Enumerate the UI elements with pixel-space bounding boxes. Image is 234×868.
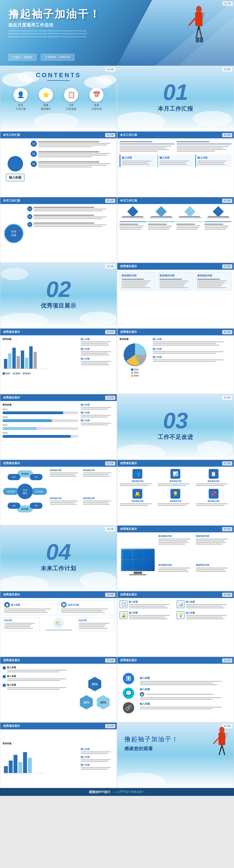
slide17-body: 添加项目内容 添加项目内容 添加项目内容 (117, 532, 234, 591)
slide11-text: 输入内容 输入内容 输入内容 (153, 338, 232, 392)
hex-3: 40% (96, 694, 110, 710)
contents-label-1: 本月工作汇报 (11, 103, 30, 111)
watermark5: 美乃网 (222, 133, 232, 137)
slide9-body: 添加项目内容 添加项目内容 (117, 270, 234, 293)
bar-chart-area: 图表标题 数据1 数据2 数据3 (2, 338, 78, 392)
step-2: 02 (31, 151, 114, 158)
slide7-body (117, 204, 234, 232)
slide5-body: 输入内容 输入内容 输入内容 (117, 138, 234, 169)
svg-point-49 (219, 727, 225, 733)
watermark: 美乃网 (223, 1, 233, 6)
slide11-body: 图表标题 类别1 类别2 类别3 输入内容 (117, 335, 234, 394)
watermark18: 美乃网 (105, 593, 115, 597)
pie-chart-svg (122, 342, 148, 367)
svg-point-32 (197, 441, 233, 457)
hex-1: 25% (88, 676, 102, 692)
slide6-circle-area: 添加标题 (2, 206, 25, 261)
watermark10: 美乃网 (105, 330, 115, 334)
slide14-body: 总点概括 添加项目 添加项目 添加项目 添加项目 项目 项目 项目 项目 添加项… (0, 467, 117, 525)
slide4-body: 👤 输入标题 01 02 (0, 138, 117, 197)
watermark19: 美乃网 (222, 593, 232, 597)
watermark17: 美乃网 (222, 527, 232, 531)
watermark15: 美乃网 (222, 461, 232, 466)
slide20-header: 优秀项目展示 (0, 657, 117, 664)
slide9-header: 优秀项目展示 (117, 263, 234, 270)
it-2: 📊 输入标题 (177, 600, 232, 609)
slide-15: 美乃网 优秀项目展示 👥 添加项目内容 📊 添加项目内容 📋 添 (117, 460, 234, 525)
contents-item-1: 👤 本月工作汇报 (11, 88, 30, 111)
contents-item-2: ⭐ 优秀项目展示 (36, 88, 56, 111)
section-01-content: 01 本月工作汇报 (158, 81, 193, 113)
step-num-1: 01 (31, 141, 37, 147)
project-card-3: 添加项目内容 (195, 272, 232, 291)
slide19-body: 📋 输入标题 📊 输入标题 (117, 598, 234, 622)
slide6-body: 添加标题 03 02 (0, 204, 117, 263)
slide22-header: 优秀项目展示 (0, 723, 117, 730)
svg-text:25%: 25% (92, 682, 98, 686)
svg-rect-24 (17, 356, 20, 369)
input-box-1: 输入内容 (120, 155, 156, 167)
contents-items: 👤 本月工作汇报 ⭐ 优秀项目展示 📋 工作不足改进 📅 未来工作计划 (0, 88, 117, 111)
section-03-content: 03 工作不足改进 (158, 409, 193, 441)
step-1-content (38, 141, 114, 148)
step-3: 03 (31, 161, 114, 168)
input-box-d: 结合内容 (77, 617, 114, 631)
slide5-header: 本月工作汇报 (117, 132, 234, 138)
slide-section-03: 美乃网 03 工作不足改进 (117, 394, 234, 460)
screen-display (121, 549, 155, 571)
svg-point-34 (80, 572, 116, 588)
slide-contents: 美乃网 CONTENTS 👤 本月工作汇报 ⭐ 优秀项目展示 📋 工作不足 (0, 66, 117, 131)
slide17-header: 优秀项目展示 (117, 526, 234, 532)
svg-rect-21 (4, 359, 7, 369)
svg-rect-26 (25, 358, 28, 369)
step-num-2: 02 (31, 151, 37, 157)
svg-line-51 (219, 745, 222, 755)
watermark21: 美乃网 (222, 658, 232, 662)
slide5-columns (120, 141, 232, 152)
col-1 (120, 141, 174, 152)
svg-rect-28 (33, 352, 37, 369)
svg-text:35%: 35% (83, 701, 89, 704)
step-1: 01 (31, 141, 114, 148)
icon-item-4: 🔔 添加项目内容 (120, 489, 155, 506)
slide-section-04: 美乃网 04 未来工作计划 (0, 525, 117, 591)
slide22-body: 图表标题 输入内容 输入内容 (0, 730, 117, 788)
project-cards: 添加项目内容 添加项目内容 (120, 272, 232, 291)
slide-hero: 撸起袖子加油干！ 励志月度通用工作总结 Motivational monthly… (0, 0, 234, 66)
pie-area: 图表标题 类别1 类别2 类别3 (120, 338, 151, 392)
slide19-header: 优秀项目展示 (117, 591, 234, 598)
input-title-label[interactable]: 输入标题 (6, 174, 24, 181)
climber-closing (208, 725, 228, 762)
bullet-3: 输入标题 (2, 683, 73, 690)
svg-rect-43 (14, 755, 18, 773)
prog-1: 项目A (2, 408, 78, 414)
section-03-title: 工作不足改进 (158, 433, 193, 441)
svg-rect-46 (28, 758, 32, 773)
slide12-header: 优秀项目展示 (0, 394, 117, 401)
svg-line-54 (225, 733, 228, 738)
circle-main: 添加标题 (4, 224, 24, 243)
slide12-text: 输入内容 输入内容 输入内容 (81, 403, 114, 458)
step-2-content (38, 151, 114, 158)
slide-5: 美乃网 本月工作汇报 (117, 131, 234, 197)
contents-icon-4: 📅 (89, 88, 104, 102)
watermark14: 美乃网 (105, 461, 115, 466)
col-2 (177, 141, 232, 152)
section-04-num: 04 (41, 541, 76, 563)
svg-point-19 (80, 312, 116, 326)
slide-22: 美乃网 优秀项目展示 图表标题 输入内容 (0, 722, 117, 788)
col1-header (120, 141, 174, 144)
thank-you: 感谢您的观看 (124, 746, 178, 752)
slide4-header: 本月工作汇报 (0, 132, 117, 138)
svg-rect-41 (4, 766, 8, 773)
hex-2: 35% (79, 694, 94, 710)
spider-diagram: 总点概括 添加项目 添加项目 添加项目 添加项目 项目 项目 项目 项目 (2, 469, 48, 514)
slide5-lower: 输入内容 输入内容 输入内容 (120, 155, 232, 167)
bar-chart-2-svg (2, 746, 45, 775)
s6-step2: 02 (27, 214, 114, 220)
svg-point-18 (0, 313, 48, 328)
slide18-body: 📋 输入标题 📊 自定义内容 (0, 598, 117, 633)
contents-header: CONTENTS (0, 66, 117, 81)
contents-divider (47, 80, 70, 81)
slide-7: 美乃网 本月工作汇报 (117, 197, 234, 263)
